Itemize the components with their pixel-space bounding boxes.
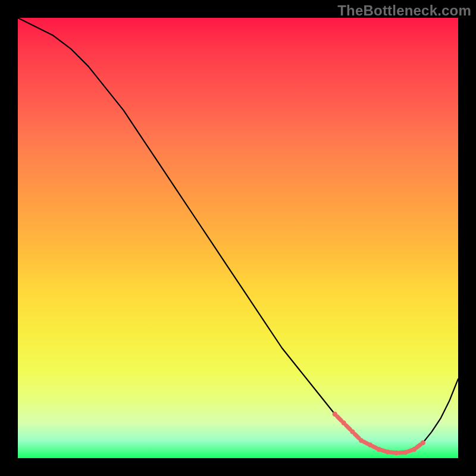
chart-svg <box>18 18 458 458</box>
valley-marker-dash <box>416 444 421 447</box>
valley-marker-dot <box>412 447 416 452</box>
valley-marker-dot <box>377 447 381 452</box>
watermark-text: TheBottleneck.com <box>337 2 471 19</box>
bottleneck-curve <box>18 18 458 453</box>
marker-group <box>333 412 425 456</box>
valley-marker-dash <box>372 446 377 448</box>
valley-marker-dash <box>381 450 386 451</box>
valley-marker-dash <box>408 450 412 452</box>
valley-marker-dot <box>333 412 337 416</box>
valley-marker-dot <box>368 443 372 447</box>
chart-container: TheBottleneck.com <box>0 0 476 476</box>
valley-marker-dot <box>403 450 408 455</box>
valley-marker-dash <box>364 441 368 443</box>
valley-marker-dot <box>359 438 364 443</box>
valley-marker-dash <box>390 452 394 453</box>
valley-marker-dot <box>385 449 390 454</box>
valley-marker-dash <box>346 425 350 430</box>
curve-group <box>18 18 458 453</box>
valley-marker-dash <box>355 434 359 439</box>
plot-area <box>18 18 458 458</box>
valley-marker-dot <box>350 429 355 434</box>
valley-marker-dot <box>341 421 346 425</box>
valley-marker-dot <box>394 450 399 455</box>
valley-marker-dash <box>337 416 342 421</box>
valley-marker-dot <box>421 440 425 445</box>
